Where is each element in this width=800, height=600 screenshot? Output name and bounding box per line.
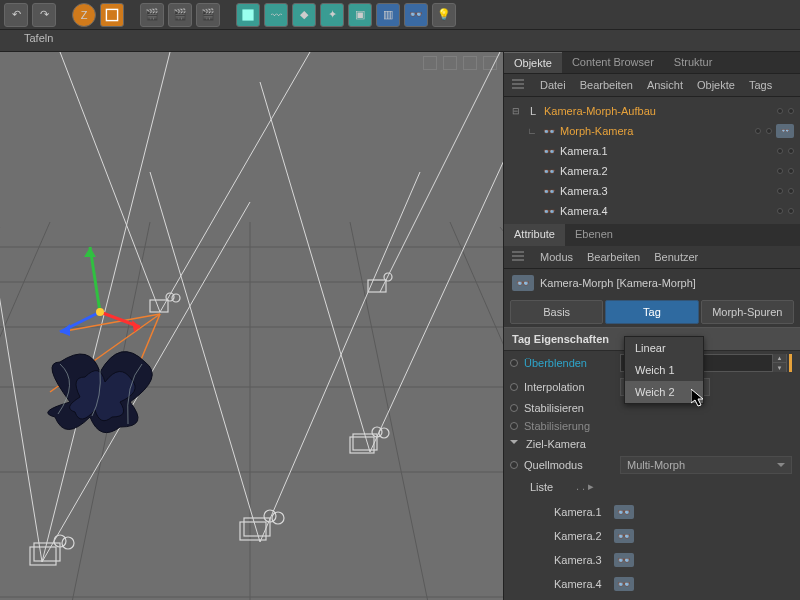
svg-line-14 bbox=[500, 227, 503, 600]
dropdown-option-weich1[interactable]: Weich 1 bbox=[625, 359, 703, 381]
expand-icon: ∟ bbox=[526, 126, 538, 136]
camera-icon: 👓 bbox=[542, 204, 556, 218]
tree-root[interactable]: ⊟ L Kamera-Morph-Aufbau bbox=[510, 101, 794, 121]
menu-ansicht[interactable]: Ansicht bbox=[647, 79, 683, 91]
list-item[interactable]: Kamera.2👓 bbox=[554, 524, 800, 548]
prim-spline[interactable]: 〰 bbox=[264, 3, 288, 27]
spinner[interactable]: ▲▼ bbox=[772, 354, 786, 372]
quellmodus-dropdown[interactable]: Multi-Morph bbox=[620, 456, 792, 474]
menu-datei[interactable]: Datei bbox=[540, 79, 566, 91]
camera-icon: 👓 bbox=[614, 505, 634, 519]
svg-line-21 bbox=[260, 82, 370, 452]
tab-ebenen[interactable]: Ebenen bbox=[565, 224, 623, 246]
tree-label: Kamera-Morph-Aufbau bbox=[544, 105, 750, 117]
list-item[interactable]: Kamera.4👓 bbox=[554, 572, 800, 596]
prim-deform[interactable]: ▣ bbox=[348, 3, 372, 27]
menu-bearbeiten[interactable]: Bearbeiten bbox=[580, 79, 633, 91]
svg-point-34 bbox=[96, 308, 104, 316]
keyframe-dot[interactable] bbox=[510, 383, 518, 391]
keyframe-dot[interactable] bbox=[510, 404, 518, 412]
tool-rendermgr[interactable]: 🎬 bbox=[196, 3, 220, 27]
morph-tag-icon[interactable]: 👓 bbox=[776, 124, 794, 138]
tool-undo[interactable]: ↶ bbox=[4, 3, 28, 27]
svg-point-42 bbox=[272, 512, 284, 524]
camera-icon: 👓 bbox=[542, 184, 556, 198]
dropdown-option-linear[interactable]: Linear bbox=[625, 337, 703, 359]
mode-tag[interactable]: Tag bbox=[605, 300, 698, 324]
list-item[interactable]: Kamera.1👓 bbox=[554, 500, 800, 524]
expand-icon[interactable]: ⊟ bbox=[510, 106, 522, 116]
tree-label: Kamera.1 bbox=[560, 145, 750, 157]
tree-label: Morph-Kamera bbox=[560, 125, 728, 137]
tree-morph-camera[interactable]: ∟ 👓 Morph-Kamera 👓 bbox=[510, 121, 794, 141]
interpolation-dropdown-menu[interactable]: Linear Weich 1 Weich 2 bbox=[624, 336, 704, 404]
tree-kamera4[interactable]: 👓 Kamera.4 bbox=[510, 201, 794, 221]
tool-liveselect[interactable]: Z bbox=[72, 3, 96, 27]
null-icon: L bbox=[526, 104, 540, 118]
svg-rect-0 bbox=[106, 9, 117, 20]
keyframe-dot[interactable] bbox=[510, 359, 518, 367]
prop-quellmodus: Quellmodus Multi-Morph bbox=[504, 453, 800, 477]
attr-menu-modus[interactable]: Modus bbox=[540, 251, 573, 263]
attr-menu-benutzer[interactable]: Benutzer bbox=[654, 251, 698, 263]
svg-point-46 bbox=[379, 428, 389, 438]
list-label: Kamera.4 bbox=[554, 578, 602, 590]
prim-gen[interactable]: ◆ bbox=[292, 3, 316, 27]
menu-objekte[interactable]: Objekte bbox=[697, 79, 735, 91]
morph-tag-icon: 👓 bbox=[512, 275, 534, 291]
prop-label: Überblenden bbox=[524, 357, 614, 369]
prop-label: Quellmodus bbox=[524, 459, 614, 471]
env-floor[interactable]: ▥ bbox=[376, 3, 400, 27]
prop-label: Stabilisieren bbox=[524, 402, 614, 414]
tab-content-browser[interactable]: Content Browser bbox=[562, 52, 664, 73]
svg-point-49 bbox=[172, 294, 180, 302]
object-tree[interactable]: ⊟ L Kamera-Morph-Aufbau ∟ 👓 Morph-Kamera… bbox=[504, 97, 800, 224]
mode-basis[interactable]: Basis bbox=[510, 300, 603, 324]
tab-structure[interactable]: Struktur bbox=[664, 52, 723, 73]
list-label: Kamera.1 bbox=[554, 506, 602, 518]
prim-cube[interactable] bbox=[236, 3, 260, 27]
tree-kamera1[interactable]: 👓 Kamera.1 bbox=[510, 141, 794, 161]
field-focus-indicator bbox=[789, 354, 792, 372]
tool-redo[interactable]: ↷ bbox=[32, 3, 56, 27]
mode-morphspuren[interactable]: Morph-Spuren bbox=[701, 300, 794, 324]
camera-icon: 👓 bbox=[614, 577, 634, 591]
mode-tabs: Basis Tag Morph-Spuren bbox=[504, 297, 800, 327]
list-item[interactable]: Kamera.3👓 bbox=[554, 548, 800, 572]
collapse-icon[interactable] bbox=[510, 440, 518, 448]
tool-clapper[interactable]: 🎬 bbox=[140, 3, 164, 27]
svg-marker-31 bbox=[84, 247, 96, 257]
tree-kamera3[interactable]: 👓 Kamera.3 bbox=[510, 181, 794, 201]
tool-cube[interactable] bbox=[100, 3, 124, 27]
panel-grip-icon[interactable] bbox=[512, 79, 524, 91]
svg-rect-1 bbox=[242, 9, 253, 20]
keyframe-dot[interactable] bbox=[510, 461, 518, 469]
camera-icon: 👓 bbox=[542, 124, 556, 138]
camera-list: Kamera.1👓 Kamera.2👓 Kamera.3👓 Kamera.4👓 bbox=[504, 496, 800, 600]
viewport-scene bbox=[0, 52, 503, 600]
tab-attribute[interactable]: Attribute bbox=[504, 224, 565, 246]
camera-icon: 👓 bbox=[614, 529, 634, 543]
sub-toolbar: Tafeln bbox=[0, 30, 800, 52]
env-cam[interactable]: 👓 bbox=[404, 3, 428, 27]
list-label: Kamera.2 bbox=[554, 530, 602, 542]
dropdown-option-weich2[interactable]: Weich 2 bbox=[625, 381, 703, 403]
viewport-3d[interactable] bbox=[0, 52, 503, 600]
tool-render[interactable]: 🎬 bbox=[168, 3, 192, 27]
menu-tags[interactable]: Tags bbox=[749, 79, 772, 91]
tab-objects[interactable]: Objekte bbox=[504, 52, 562, 73]
svg-line-20 bbox=[370, 82, 503, 452]
keyframe-dot[interactable] bbox=[510, 422, 518, 430]
tree-kamera2[interactable]: 👓 Kamera.2 bbox=[510, 161, 794, 181]
prim-array[interactable]: ✦ bbox=[320, 3, 344, 27]
prop-stabilisierung: Stabilisierung bbox=[504, 417, 800, 435]
svg-line-18 bbox=[160, 52, 310, 312]
panel-grip-icon[interactable] bbox=[512, 251, 524, 263]
attr-menu-bearbeiten[interactable]: Bearbeiten bbox=[587, 251, 640, 263]
svg-line-23 bbox=[150, 172, 260, 542]
svg-line-24 bbox=[380, 52, 500, 292]
subbar-item-tafeln[interactable]: Tafeln bbox=[24, 32, 53, 44]
env-light[interactable]: 💡 bbox=[432, 3, 456, 27]
svg-marker-29 bbox=[132, 320, 140, 332]
prop-label: Stabilisierung bbox=[524, 420, 614, 432]
